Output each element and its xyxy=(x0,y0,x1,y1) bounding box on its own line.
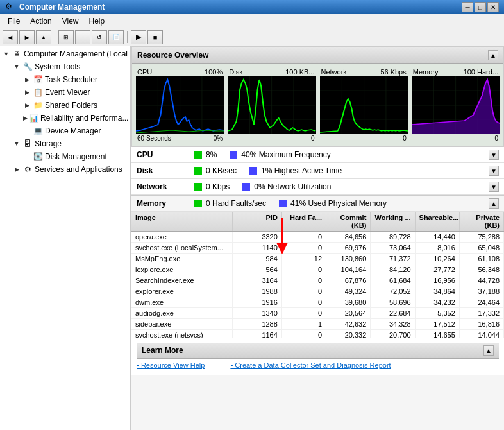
disk-metric-value-2: 1% Highest Active Time xyxy=(261,166,342,175)
menu-action[interactable]: Action xyxy=(25,15,56,27)
table-row[interactable]: MsMpEng.exe 984 12 130,860 71,372 10,264… xyxy=(131,254,504,264)
memory-metric-value-2: 41% Used Physical Memory xyxy=(290,199,387,208)
tree-label-task-scheduler: Task Scheduler xyxy=(45,75,97,84)
td-private: 24,464 xyxy=(460,297,504,307)
show-hide-button[interactable]: ⊞ xyxy=(58,30,74,44)
graphs-row: CPU 100% xyxy=(132,64,503,146)
close-button[interactable]: ✕ xyxy=(487,2,499,12)
table-row[interactable]: opera.exe 3320 0 84,656 89,728 14,440 75… xyxy=(131,232,504,243)
td-shareable: 5,352 xyxy=(416,308,460,318)
memory-metric-item-2: 41% Used Physical Memory xyxy=(279,199,387,208)
memory-footer-right: 0 xyxy=(494,135,498,142)
td-shareable: 34,232 xyxy=(416,297,460,307)
up-button[interactable]: ▲ xyxy=(36,30,51,44)
table-row[interactable]: svchost.exe (netsvcs) 1164 0 20,332 20,7… xyxy=(131,330,504,338)
td-working: 34,328 xyxy=(371,319,415,329)
table-row[interactable]: sidebar.exe 1288 1 42,632 34,328 17,512 … xyxy=(131,319,504,330)
tree-item-computer-management[interactable]: ▼ 🖥 Computer Management (Local xyxy=(0,47,130,60)
tree-item-device-manager[interactable]: 💻 Device Manager xyxy=(0,125,130,137)
properties-button[interactable]: ☰ xyxy=(75,30,90,44)
export-button[interactable]: 📄 xyxy=(108,30,124,44)
td-private: 17,332 xyxy=(460,308,504,318)
memory-section: Memory 0 Hard Faults/sec 41% Used Physic… xyxy=(131,195,504,338)
forward-button[interactable]: ► xyxy=(19,30,35,44)
col-image[interactable]: Image xyxy=(131,212,233,231)
td-commit: 69,976 xyxy=(326,243,371,253)
tree-item-shared-folders[interactable]: ▶ 📁 Shared Folders xyxy=(0,99,130,112)
col-private[interactable]: Private (KB) xyxy=(460,212,504,231)
title-bar-text: Computer Management xyxy=(19,3,462,12)
cpu-metric-value-1: 8% xyxy=(206,150,217,159)
disk-graph-container: Disk 100 KB... xyxy=(228,67,315,142)
learn-link-resource-view[interactable]: • Resource View Help xyxy=(137,361,205,369)
tree-item-disk-management[interactable]: 💽 Disk Management xyxy=(0,150,130,163)
tree-item-storage[interactable]: ▼ 🗄 Storage xyxy=(0,137,130,150)
tree-item-services-apps[interactable]: ▶ ⚙ Services and Applications xyxy=(0,163,130,176)
collapse-cpu-button[interactable]: ▼ xyxy=(489,150,499,160)
td-private: 75,288 xyxy=(460,232,504,242)
title-bar-buttons: ─ □ ✕ xyxy=(462,2,499,12)
expand-arrow: ▼ xyxy=(3,50,10,58)
collapse-disk-button[interactable]: ▼ xyxy=(489,166,499,176)
network-label: Network xyxy=(321,68,347,76)
memory-label: Memory xyxy=(413,68,439,76)
network-metric-value-1: 0 Kbps xyxy=(206,182,230,191)
tree-item-event-viewer[interactable]: ▶ 📋 Event Viewer xyxy=(0,86,130,99)
back-button[interactable]: ◄ xyxy=(3,30,18,44)
col-hard-faults[interactable]: Hard Fa... xyxy=(282,212,326,231)
disk-blue-dot xyxy=(249,167,257,175)
col-working[interactable]: Working ... xyxy=(371,212,415,231)
main-layout: ▼ 🖥 Computer Management (Local ▼ 🔧 Syste… xyxy=(0,46,504,430)
maximize-button[interactable]: □ xyxy=(475,2,486,12)
refresh-button[interactable]: ↺ xyxy=(92,30,107,44)
play-button[interactable]: ▶ xyxy=(131,30,146,44)
table-row[interactable]: dwm.exe 1916 0 39,680 58,696 34,232 24,4… xyxy=(131,297,504,308)
table-row[interactable]: SearchIndexer.exe 3164 0 67,876 61,684 1… xyxy=(131,275,504,286)
td-commit: 49,324 xyxy=(326,286,371,297)
td-private: 16,816 xyxy=(460,319,504,329)
td-image: dwm.exe xyxy=(131,297,233,307)
network-metric-item-1: 0 Kbps xyxy=(194,182,230,191)
learn-link-collector[interactable]: • Create a Data Collector Set and Diagno… xyxy=(230,361,391,369)
tree-label-reliability: Reliability and Performa... xyxy=(40,114,128,123)
td-image: SearchIndexer.exe xyxy=(131,275,233,286)
minimize-button[interactable]: ─ xyxy=(462,2,473,12)
network-blue-dot xyxy=(242,183,250,191)
table-row[interactable]: svchost.exe (LocalSystem... 1140 0 69,97… xyxy=(131,243,504,254)
td-working: 22,684 xyxy=(371,308,415,318)
td-image: sidebar.exe xyxy=(131,319,233,329)
table-row[interactable]: audiodg.exe 1340 0 20,564 22,684 5,352 1… xyxy=(131,308,504,319)
resource-overview-title: Resource Overview xyxy=(137,51,208,60)
stop-button[interactable]: ■ xyxy=(147,30,163,44)
collapse-learn-button[interactable]: ▲ xyxy=(483,345,494,356)
disk-footer-right: 0 xyxy=(311,135,315,142)
menu-file[interactable]: File xyxy=(3,15,25,27)
memory-graph-footer: 0 xyxy=(412,134,500,142)
memory-graph-svg xyxy=(412,76,500,134)
col-pid[interactable]: PID xyxy=(233,212,282,231)
collapse-resource-button[interactable]: ▲ xyxy=(488,50,498,60)
menu-view[interactable]: View xyxy=(57,15,84,27)
col-commit[interactable]: Commit (KB) xyxy=(326,212,371,231)
td-image: audiodg.exe xyxy=(131,308,233,318)
table-row[interactable]: explorer.exe 1988 0 49,324 72,052 34,864… xyxy=(131,286,504,297)
td-private: 61,108 xyxy=(460,254,504,264)
table-row[interactable]: iexplore.exe 564 0 104,164 84,120 27,772… xyxy=(131,264,504,275)
table-scroll[interactable]: opera.exe 3320 0 84,656 89,728 14,440 75… xyxy=(131,232,504,338)
memory-blue-dot xyxy=(279,200,287,207)
collapse-network-button[interactable]: ▼ xyxy=(489,182,499,192)
tree-item-task-scheduler[interactable]: ▶ 📅 Task Scheduler xyxy=(0,73,130,86)
menu-help[interactable]: Help xyxy=(84,15,110,27)
tree-item-system-tools[interactable]: ▼ 🔧 System Tools xyxy=(0,60,130,73)
network-graph-container: Network 56 Kbps xyxy=(320,67,408,142)
td-commit: 130,860 xyxy=(326,254,371,264)
cpu-footer-left: 60 Seconds xyxy=(137,135,171,142)
tree-item-reliability[interactable]: ▶ 📊 Reliability and Performa... xyxy=(0,112,130,125)
disk-graph-header: Disk 100 KB... xyxy=(228,67,315,76)
tree-label-computer: Computer Management (Local xyxy=(24,49,128,58)
td-hard: 0 xyxy=(282,243,326,253)
collapse-memory-button[interactable]: ▲ xyxy=(489,198,499,209)
td-pid: 3164 xyxy=(233,275,282,286)
tree-label-device-manager: Device Manager xyxy=(45,126,101,135)
col-shareable[interactable]: Shareable... xyxy=(416,212,460,231)
